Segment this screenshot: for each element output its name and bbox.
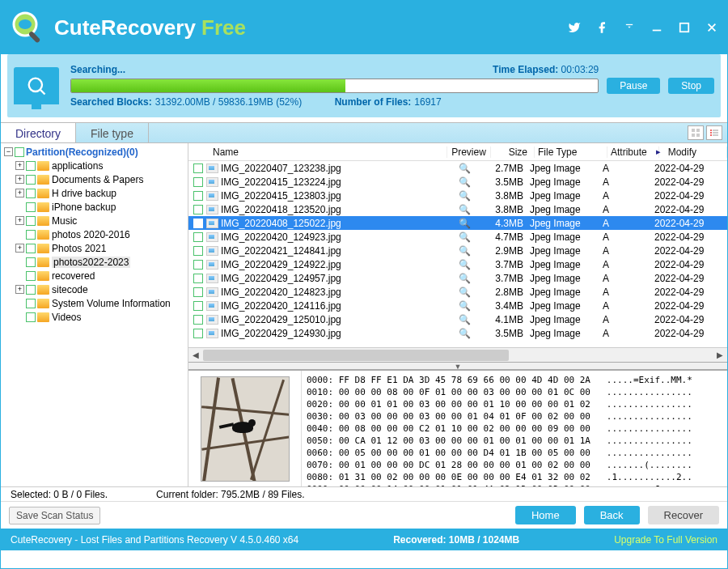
checkbox[interactable] [193,219,203,228]
view-grid-icon[interactable] [688,125,704,140]
table-row[interactable]: IMG_20220415_123224.jpg🔍3.5MBJpeg ImageA… [188,175,727,189]
preview-icon[interactable]: 🔍 [442,245,486,257]
col-size[interactable]: Size [491,146,535,158]
view-list-icon[interactable] [706,125,722,140]
expander-icon[interactable]: + [15,285,24,294]
preview-icon[interactable]: 🔍 [442,273,486,284]
preview-icon[interactable]: 🔍 [442,204,486,215]
checkbox[interactable] [26,285,36,295]
scroll-left-icon[interactable]: ◀ [188,350,203,359]
expander-icon[interactable]: + [15,216,24,225]
maximize-icon[interactable] [677,20,692,35]
tree-item[interactable]: +H drive backup [15,186,188,200]
table-row[interactable]: IMG_20220415_123803.jpg🔍3.8MBJpeg ImageA… [188,189,727,202]
preview-icon[interactable]: 🔍 [442,300,486,312]
recover-button[interactable]: Recover [648,506,719,524]
checkbox[interactable] [193,260,203,270]
tree-item[interactable]: photos 2020-2016 [15,227,188,241]
tree-item[interactable]: iPhone backup [15,200,188,214]
table-row[interactable]: IMG_20220429_124922.jpg🔍3.7MBJpeg ImageA… [188,257,727,271]
file-table-body[interactable]: IMG_20220407_123238.jpg🔍2.7MBJpeg ImageA… [188,161,727,347]
tree-item[interactable]: +Music [15,214,188,227]
tree-item[interactable]: +applications [15,159,188,172]
col-modify[interactable]: ▸ Modify [659,146,727,158]
minimize-icon[interactable] [650,20,664,35]
h-scrollbar[interactable]: ◀ ▶ [188,347,727,362]
tree-item[interactable]: recovered [15,269,188,282]
table-row[interactable]: IMG_20220418_123520.jpg🔍3.8MBJpeg ImageA… [188,202,727,216]
preview-icon[interactable]: 🔍 [442,163,486,174]
save-scan-button[interactable]: Save Scan Status [9,507,100,524]
table-row[interactable]: IMG_20220429_124957.jpg🔍3.7MBJpeg ImageA… [188,271,727,285]
tab-filetype[interactable]: File type [76,123,149,142]
checkbox[interactable] [26,202,36,212]
preview-icon[interactable]: 🔍 [442,176,486,188]
tree-item[interactable]: +Photos 2021 [15,241,188,255]
col-attr[interactable]: Attribute [607,146,659,158]
checkbox[interactable] [26,216,36,226]
preview-icon[interactable]: 🔍 [442,287,486,298]
checkbox[interactable] [26,189,36,198]
checkbox[interactable] [193,301,203,311]
table-row[interactable]: IMG_20220420_124923.jpg🔍4.7MBJpeg ImageA… [188,230,727,244]
menu-dropdown-icon[interactable] [622,20,637,35]
expander-icon[interactable]: + [15,189,24,197]
tree-item[interactable]: Videos [15,310,188,324]
checkbox[interactable] [193,315,203,325]
tab-directory[interactable]: Directory [1,123,76,142]
checkbox[interactable] [193,232,203,242]
checkbox[interactable] [15,147,24,157]
checkbox[interactable] [26,312,36,322]
tree-root[interactable]: − Partition(Recognized)(0) [4,145,188,159]
preview-icon[interactable]: 🔍 [442,218,486,229]
checkbox[interactable] [26,244,36,253]
tree-item[interactable]: System Volume Information [15,296,188,310]
preview-icon[interactable]: 🔍 [442,328,486,339]
table-row[interactable]: IMG_20220429_125010.jpg🔍4.1MBJpeg ImageA… [188,312,727,326]
preview-icon[interactable]: 🔍 [442,231,486,243]
upgrade-link[interactable]: Upgrade To Full Version [614,534,717,546]
col-preview[interactable]: Preview [447,146,491,158]
checkbox[interactable] [193,191,203,201]
checkbox[interactable] [193,287,203,297]
stop-button[interactable]: Stop [668,78,714,94]
checkbox[interactable] [193,274,203,283]
checkbox[interactable] [26,299,36,308]
checkbox[interactable] [26,230,36,240]
checkbox[interactable] [193,163,203,173]
col-name[interactable]: Name [210,146,447,158]
preview-icon[interactable]: 🔍 [442,259,486,270]
expander-icon[interactable]: + [15,161,24,170]
home-button[interactable]: Home [515,506,576,524]
splitter-handle[interactable]: ▼ [188,362,727,370]
table-row[interactable]: IMG_20220429_124930.jpg🔍3.5MBJpeg ImageA… [188,326,727,340]
checkbox[interactable] [26,175,36,185]
checkbox[interactable] [193,205,203,214]
tree-item[interactable]: +Documents & Papers [15,172,188,186]
table-row[interactable]: IMG_20220421_124841.jpg🔍2.9MBJpeg ImageA… [188,244,727,257]
checkbox[interactable] [193,329,203,338]
checkbox[interactable] [26,257,36,267]
scroll-thumb[interactable] [203,350,509,361]
tree-item[interactable]: +sitecode [15,282,188,296]
checkbox[interactable] [193,177,203,187]
checkbox[interactable] [26,271,36,281]
tree-item[interactable]: photos2022-2023 [15,255,188,269]
table-row[interactable]: IMG_20220420_124116.jpg🔍3.4MBJpeg ImageA… [188,299,727,312]
facebook-icon[interactable] [595,20,609,35]
table-row[interactable]: IMG_20220407_123238.jpg🔍2.7MBJpeg ImageA… [188,161,727,175]
preview-icon[interactable]: 🔍 [442,314,486,325]
directory-tree[interactable]: − Partition(Recognized)(0) +applications… [1,143,188,486]
col-type[interactable]: File Type [535,146,607,158]
preview-icon[interactable]: 🔍 [442,190,486,202]
back-button[interactable]: Back [584,506,640,524]
checkbox[interactable] [26,161,36,171]
expander-icon[interactable]: + [15,244,24,253]
checkbox[interactable] [193,246,203,256]
table-row[interactable]: IMG_20220420_124823.jpg🔍2.8MBJpeg ImageA… [188,285,727,299]
close-icon[interactable] [705,20,719,35]
scroll-right-icon[interactable]: ▶ [713,350,727,359]
expander-icon[interactable]: + [15,175,24,184]
twitter-icon[interactable] [567,20,582,35]
pause-button[interactable]: Pause [607,78,660,94]
